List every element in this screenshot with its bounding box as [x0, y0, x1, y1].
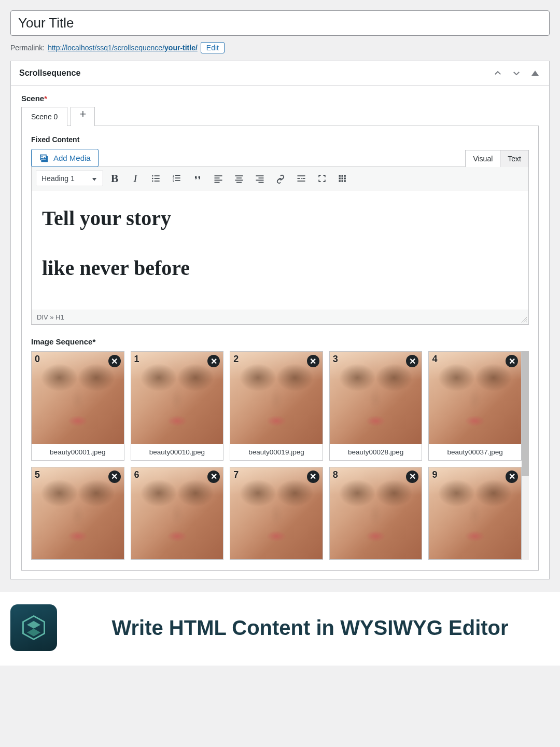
ul-button[interactable]: [147, 170, 165, 187]
svg-text:3: 3: [173, 179, 174, 183]
ol-button[interactable]: 123: [167, 170, 186, 187]
image-item[interactable]: 6✕: [131, 467, 224, 560]
image-index: 3: [333, 354, 338, 365]
svg-rect-25: [298, 175, 305, 176]
svg-rect-8: [175, 175, 180, 176]
svg-marker-40: [27, 621, 40, 629]
permalink-link[interactable]: http://localhost/ssq1/scrollsequence/you…: [48, 44, 198, 52]
svg-rect-10: [175, 177, 180, 178]
image-filename: beauty00028.jpeg: [330, 444, 422, 460]
image-sequence-label: Image Sequence*: [31, 337, 529, 346]
editor-path: DIV » H1: [32, 310, 528, 324]
fixed-content-label: Fixed Content: [31, 135, 529, 144]
svg-rect-32: [344, 175, 346, 176]
svg-rect-17: [235, 175, 243, 176]
link-button[interactable]: [271, 170, 290, 187]
image-filename: beauty00001.jpeg: [32, 444, 124, 460]
image-filename: beauty00037.jpeg: [429, 444, 521, 460]
svg-rect-36: [339, 180, 341, 182]
edit-permalink-button[interactable]: Edit: [201, 42, 225, 53]
insert-more-button[interactable]: [292, 170, 311, 187]
editor-heading-2: like never before: [42, 256, 518, 281]
footer-banner: Write HTML Content in WYSIWYG Editor: [0, 592, 560, 666]
svg-rect-33: [339, 177, 341, 179]
remove-image-icon[interactable]: ✕: [207, 471, 220, 483]
remove-image-icon[interactable]: ✕: [207, 355, 220, 367]
svg-rect-26: [298, 178, 300, 179]
footer-heading: Write HTML Content in WYSIWYG Editor: [71, 616, 550, 640]
scene-field-label: Scene*: [21, 94, 539, 103]
svg-rect-19: [235, 180, 243, 181]
visual-tab[interactable]: Visual: [465, 150, 500, 167]
svg-rect-30: [339, 175, 341, 176]
scene-tab-0[interactable]: Scene 0: [21, 107, 67, 126]
svg-rect-37: [342, 180, 343, 182]
svg-rect-35: [344, 177, 346, 179]
svg-rect-15: [215, 180, 222, 181]
toolbar-toggle-button[interactable]: [333, 170, 352, 187]
svg-rect-22: [259, 177, 264, 178]
remove-image-icon[interactable]: ✕: [406, 355, 418, 367]
image-item[interactable]: 4✕ beauty00037.jpeg: [428, 351, 522, 461]
remove-image-icon[interactable]: ✕: [307, 355, 319, 367]
add-media-button[interactable]: Add Media: [31, 149, 99, 167]
image-item[interactable]: 5✕: [31, 467, 124, 560]
svg-rect-23: [256, 180, 264, 181]
svg-rect-18: [236, 177, 242, 178]
format-select[interactable]: Heading 1: [36, 171, 103, 186]
align-right-button[interactable]: [250, 170, 269, 187]
svg-rect-34: [342, 177, 343, 179]
permalink-row: Permalink: http://localhost/ssq1/scrolls…: [10, 42, 550, 53]
image-filename: beauty00019.jpeg: [230, 444, 323, 460]
svg-rect-12: [175, 180, 180, 181]
image-index: 0: [35, 354, 40, 365]
svg-point-0: [41, 156, 43, 157]
image-filename: beauty00010.jpeg: [131, 444, 223, 460]
image-item[interactable]: 1✕ beauty00010.jpeg: [131, 351, 224, 461]
svg-rect-27: [301, 178, 302, 179]
image-item[interactable]: 8✕: [329, 467, 423, 560]
bold-button[interactable]: B: [105, 170, 124, 187]
svg-rect-6: [155, 181, 160, 182]
remove-image-icon[interactable]: ✕: [307, 471, 319, 483]
svg-rect-14: [215, 177, 220, 178]
remove-image-icon[interactable]: ✕: [506, 471, 518, 483]
panel-title: Scrollsequence: [19, 68, 80, 78]
editor-content-area[interactable]: Tell your story like never before: [32, 190, 528, 310]
svg-rect-28: [303, 178, 305, 179]
remove-image-icon[interactable]: ✕: [506, 355, 518, 367]
image-index: 2: [233, 354, 239, 365]
add-scene-tab[interactable]: +: [71, 107, 95, 126]
svg-rect-13: [215, 175, 222, 176]
image-item[interactable]: 9✕: [428, 467, 522, 560]
remove-image-icon[interactable]: ✕: [108, 471, 121, 483]
image-item[interactable]: 7✕: [230, 467, 323, 560]
fullscreen-button[interactable]: [313, 170, 331, 187]
remove-image-icon[interactable]: ✕: [108, 355, 121, 367]
resize-grip-icon[interactable]: [521, 317, 527, 323]
svg-rect-31: [342, 175, 343, 176]
move-up-icon[interactable]: [492, 67, 503, 79]
collapse-icon[interactable]: [529, 67, 541, 79]
move-down-icon[interactable]: [511, 67, 522, 79]
align-left-button[interactable]: [209, 170, 228, 187]
image-index: 9: [432, 469, 437, 480]
scrollbar[interactable]: [522, 351, 529, 560]
align-center-button[interactable]: [230, 170, 248, 187]
image-item[interactable]: 3✕ beauty00028.jpeg: [329, 351, 423, 461]
image-index: 6: [134, 469, 139, 480]
text-tab[interactable]: Text: [500, 150, 529, 167]
svg-rect-4: [155, 178, 160, 179]
remove-image-icon[interactable]: ✕: [406, 471, 418, 483]
svg-rect-20: [236, 182, 242, 183]
wysiwyg-editor: Heading 1 B I 123: [31, 167, 529, 325]
image-index: 7: [233, 469, 239, 480]
post-title-input[interactable]: [10, 10, 550, 36]
italic-button[interactable]: I: [126, 170, 145, 187]
image-item[interactable]: 2✕ beauty00019.jpeg: [230, 351, 323, 461]
blockquote-button[interactable]: [188, 170, 207, 187]
image-index: 1: [134, 354, 139, 365]
editor-toolbar: Heading 1 B I 123: [32, 167, 528, 190]
image-item[interactable]: 0✕ beauty00001.jpeg: [31, 351, 124, 461]
image-index: 8: [333, 469, 338, 480]
